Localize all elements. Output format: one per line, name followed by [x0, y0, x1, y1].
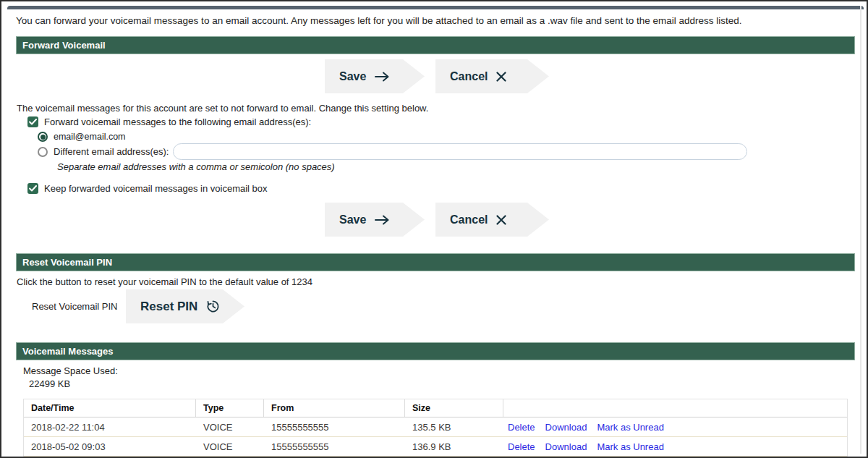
cell-from: 15555555555: [264, 441, 405, 452]
scrollbar-track[interactable]: [860, 6, 861, 454]
col-header-from: From: [264, 399, 405, 417]
checkmark-icon: [29, 119, 37, 125]
reset-pin-header: Reset Voicemail PIN: [16, 253, 855, 271]
email-format-note: Separate email addresses with a comma or…: [57, 161, 335, 172]
cell-type: VOICE: [196, 422, 264, 433]
voicemail-messages-header: Voicemail Messages: [16, 342, 855, 360]
cancel-button[interactable]: Cancel: [435, 59, 549, 93]
forward-checkbox[interactable]: [27, 116, 38, 127]
mark-unread-link[interactable]: Mark as Unread: [597, 441, 663, 452]
download-link[interactable]: Download: [545, 441, 587, 452]
reset-pin-row-label: Reset Voicemail PIN: [32, 301, 118, 312]
clock-history-icon: [206, 300, 220, 313]
col-header-type: Type: [196, 399, 264, 417]
col-header-datetime: Date/Time: [24, 399, 196, 417]
reset-pin-button[interactable]: Reset PIN: [126, 289, 244, 323]
different-email-radio-label: Different email address(es):: [54, 146, 169, 157]
radio-dot: [41, 135, 46, 140]
save-button-label: Save: [339, 70, 366, 83]
space-used-value: 22499 KB: [29, 378, 70, 389]
arrow-right-icon: [375, 72, 390, 82]
col-header-actions: [503, 399, 847, 417]
cancel-button-bottom[interactable]: Cancel: [435, 203, 549, 237]
account-email-radio-label: email@email.com: [54, 132, 126, 142]
download-link[interactable]: Download: [545, 422, 587, 433]
different-email-input[interactable]: [173, 143, 747, 160]
table-header-row: Date/Time Type From Size: [24, 399, 847, 417]
checkmark-icon: [29, 185, 37, 192]
cancel-button-label: Cancel: [450, 213, 488, 226]
account-email-radio[interactable]: [38, 132, 48, 142]
cell-size: 135.5 KB: [405, 422, 503, 433]
cancel-button-label: Cancel: [450, 70, 488, 83]
col-header-size: Size: [405, 399, 503, 417]
save-button-label: Save: [339, 213, 366, 226]
table-row: 2018-02-22 11:04 VOICE 15555555555 135.5…: [24, 417, 847, 437]
close-x-icon: [496, 72, 506, 82]
forward-status-text: The voicemail messages for this account …: [17, 103, 428, 114]
keep-messages-checkbox[interactable]: [27, 183, 38, 194]
cell-size: 136.9 KB: [405, 441, 503, 452]
top-accent-bar: [7, 6, 864, 9]
reset-pin-description: Click the button to reset your voicemail…: [17, 276, 312, 287]
voicemail-table: Date/Time Type From Size 2018-02-22 11:0…: [23, 399, 848, 457]
forward-checkbox-label: Forward voicemail messages to the follow…: [44, 116, 311, 127]
intro-text: You can forward your voicemail messages …: [16, 15, 855, 26]
voicemail-settings-page: You can forward your voicemail messages …: [0, 0, 868, 458]
forward-voicemail-header: Forward Voicemail: [16, 36, 855, 54]
delete-link[interactable]: Delete: [508, 422, 535, 433]
different-email-radio[interactable]: [38, 147, 48, 157]
save-button[interactable]: Save: [325, 59, 425, 93]
save-button-bottom[interactable]: Save: [325, 203, 425, 237]
keep-messages-checkbox-label: Keep forwarded voicemail messages in voi…: [44, 183, 268, 194]
reset-pin-button-label: Reset PIN: [140, 300, 197, 314]
cell-datetime: 2018-02-22 11:04: [24, 422, 196, 433]
arrow-right-icon: [375, 215, 390, 225]
cell-type: VOICE: [196, 441, 264, 452]
space-used-label: Message Space Used:: [23, 365, 118, 376]
cell-from: 15555555555: [264, 422, 405, 433]
mark-unread-link[interactable]: Mark as Unread: [597, 422, 663, 433]
delete-link[interactable]: Delete: [508, 441, 535, 452]
table-row: 2018-05-02 09:03 VOICE 15555555555 136.9…: [24, 437, 847, 457]
close-x-icon: [496, 215, 506, 225]
cell-datetime: 2018-05-02 09:03: [24, 441, 196, 452]
